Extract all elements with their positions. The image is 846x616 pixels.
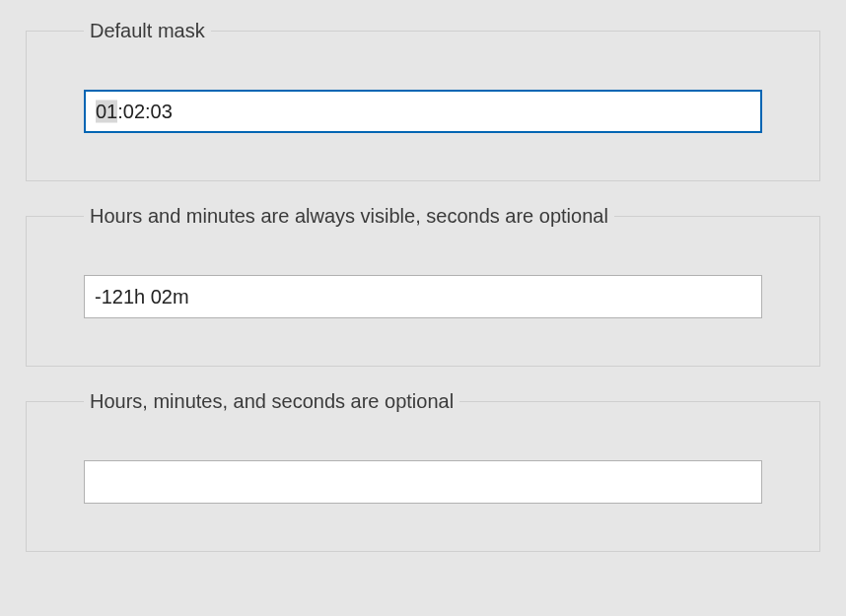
group-all-optional: Hours, minutes, and seconds are optional xyxy=(26,390,820,552)
input-wrap-hours-minutes-visible xyxy=(84,275,762,318)
group-default-mask: Default mask 01:02:03 xyxy=(26,20,820,181)
timespan-input-default-mask[interactable] xyxy=(84,90,762,133)
group-hours-minutes-visible: Hours and minutes are always visible, se… xyxy=(26,205,820,367)
timespan-input-all-optional[interactable] xyxy=(84,460,762,504)
input-wrap-all-optional xyxy=(84,460,762,504)
legend-hours-minutes-visible: Hours and minutes are always visible, se… xyxy=(84,205,614,228)
input-wrap-default-mask: 01:02:03 xyxy=(84,90,762,133)
legend-all-optional: Hours, minutes, and seconds are optional xyxy=(84,390,459,413)
timespan-input-hours-minutes-visible[interactable] xyxy=(84,275,762,318)
legend-default-mask: Default mask xyxy=(84,20,211,42)
